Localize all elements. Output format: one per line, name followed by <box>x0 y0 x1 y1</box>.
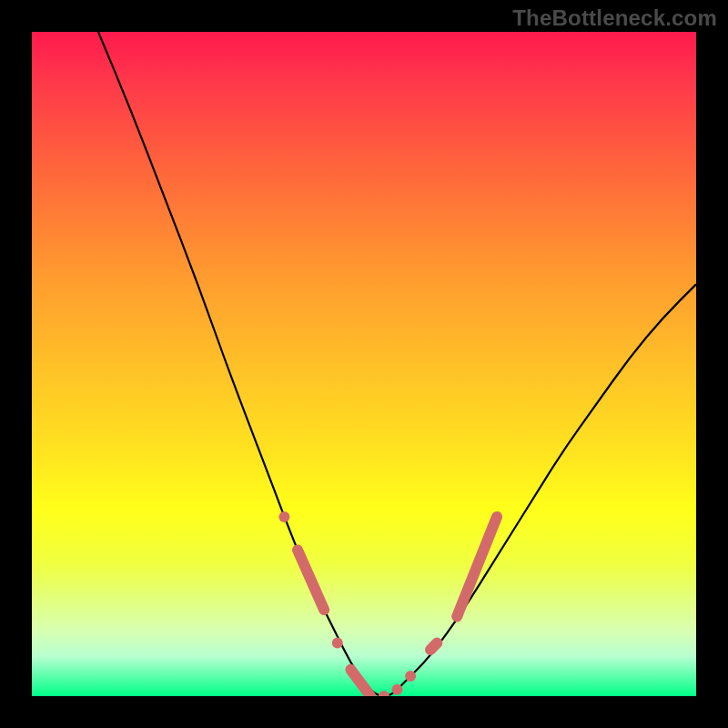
marker-segment <box>430 643 437 650</box>
marker-segment <box>350 670 370 696</box>
marker-dot <box>405 671 416 682</box>
chart-area <box>32 32 696 696</box>
marker-group <box>278 511 497 696</box>
watermark-text: TheBottleneck.com <box>512 5 717 31</box>
marker-dot <box>392 684 403 695</box>
bottleneck-chart <box>32 32 696 696</box>
marker-dot <box>379 691 389 696</box>
marker-dot <box>332 638 343 649</box>
curve-line <box>98 32 696 696</box>
marker-segment <box>298 550 324 610</box>
marker-dot <box>278 511 289 522</box>
